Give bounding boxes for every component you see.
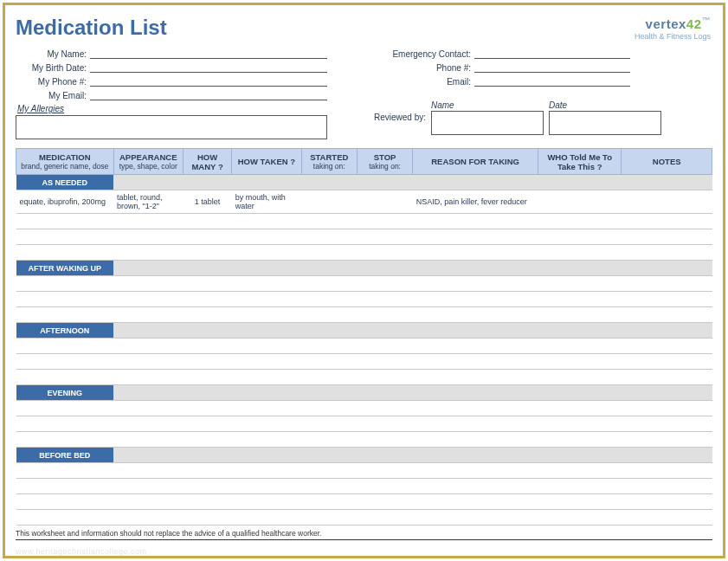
- disclaimer-text: This worksheet and information should no…: [16, 529, 712, 540]
- emergency-phone-input[interactable]: [474, 61, 630, 73]
- table-row[interactable]: [16, 339, 712, 354]
- my-email-label: My Email:: [16, 91, 90, 100]
- table-row[interactable]: [16, 307, 712, 323]
- my-phone-label: My Phone #:: [16, 77, 90, 87]
- table-row[interactable]: [16, 463, 712, 479]
- emergency-contact-input[interactable]: [474, 47, 630, 59]
- birth-date-input[interactable]: [90, 61, 327, 73]
- table-row[interactable]: equate, ibuprofin, 200mg tablet, round, …: [16, 190, 712, 214]
- watermark-text: www.heritagechristiancollege.com: [16, 547, 712, 556]
- reviewer-name-label: Name: [431, 100, 549, 110]
- table-row[interactable]: [16, 479, 712, 494]
- table-row[interactable]: [16, 214, 712, 229]
- table-row[interactable]: [16, 494, 712, 510]
- section-afternoon: AFTERNOON: [16, 323, 114, 339]
- allergies-label: My Allergies: [17, 104, 327, 113]
- reviewer-name-input[interactable]: [431, 111, 544, 135]
- my-name-input[interactable]: [90, 47, 327, 59]
- table-row[interactable]: [16, 292, 712, 307]
- my-name-label: My Name:: [16, 49, 90, 59]
- birth-date-label: My Birth Date:: [16, 63, 90, 73]
- table-row[interactable]: [16, 354, 712, 370]
- allergies-input[interactable]: [16, 115, 327, 139]
- my-email-input[interactable]: [90, 88, 327, 100]
- table-row[interactable]: [16, 432, 712, 448]
- section-after-waking: AFTER WAKING UP: [16, 261, 114, 276]
- table-row[interactable]: [16, 370, 712, 385]
- emergency-contact-label: Emergency Contact:: [379, 49, 474, 59]
- table-row[interactable]: [16, 245, 712, 261]
- section-evening: EVENING: [16, 385, 114, 401]
- reviewer-date-label: Date: [549, 100, 667, 110]
- page-title: Medication List: [16, 16, 712, 40]
- table-row[interactable]: [16, 276, 712, 292]
- section-as-needed: AS NEEDED: [16, 175, 114, 190]
- table-row[interactable]: [16, 229, 712, 245]
- section-before-bed: BEFORE BED: [16, 448, 114, 463]
- medication-table: MEDICATIONbrand, generic name, dose APPE…: [16, 148, 712, 526]
- table-row[interactable]: [16, 416, 712, 432]
- emergency-email-input[interactable]: [474, 74, 630, 87]
- brand-logo: vertex42™ Health & Fitness Logs: [635, 16, 711, 41]
- reviewed-by-label: Reviewed by:: [327, 100, 431, 139]
- my-phone-input[interactable]: [90, 74, 327, 87]
- table-row[interactable]: [16, 510, 712, 526]
- table-row[interactable]: [16, 401, 712, 416]
- reviewer-date-input[interactable]: [549, 111, 661, 135]
- emergency-phone-label: Phone #:: [379, 63, 474, 73]
- emergency-email-label: Email:: [379, 77, 474, 87]
